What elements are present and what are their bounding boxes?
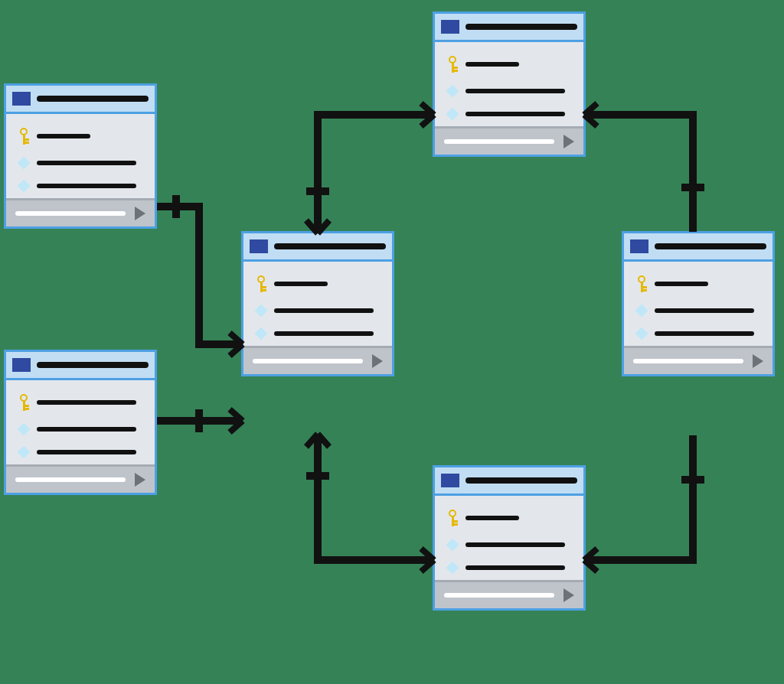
header-square-icon <box>441 474 459 487</box>
primary-key-icon <box>636 275 647 292</box>
table-row <box>18 425 142 434</box>
field-diamond-icon <box>635 305 648 318</box>
play-icon <box>135 207 145 220</box>
field-line <box>466 565 565 570</box>
table-row <box>636 275 760 292</box>
field-line <box>466 112 565 116</box>
table-row <box>447 563 571 572</box>
field-diamond-icon <box>255 305 268 318</box>
table-footer <box>435 126 583 155</box>
table-row <box>447 510 571 526</box>
header-square-icon <box>12 358 31 372</box>
table-title-bar <box>37 96 149 102</box>
table-body <box>6 380 155 464</box>
db-table-t4 <box>433 11 586 157</box>
table-footer <box>6 198 155 226</box>
table-title-bar <box>655 243 766 249</box>
table-body <box>243 262 392 346</box>
primary-key-icon <box>256 275 266 292</box>
play-icon <box>135 473 145 487</box>
relation-t5-t6 <box>586 426 704 572</box>
table-row <box>256 306 380 315</box>
table-row <box>18 448 142 457</box>
field-line <box>655 331 754 336</box>
table-header <box>624 233 773 262</box>
relation-t2-t3 <box>157 406 249 436</box>
field-line <box>37 450 136 454</box>
relation-t1-t3 <box>157 195 249 356</box>
relation-t3-t4 <box>310 107 440 241</box>
table-row <box>447 56 571 73</box>
field-line <box>655 308 754 313</box>
table-row <box>636 306 760 315</box>
table-title-bar <box>274 243 386 249</box>
field-line <box>37 134 90 138</box>
primary-key-icon <box>18 128 29 145</box>
table-row <box>447 86 571 96</box>
db-table-t1 <box>4 83 157 229</box>
table-title-bar <box>466 24 577 30</box>
field-diamond-icon <box>18 180 31 193</box>
db-table-t5 <box>433 465 586 611</box>
field-line <box>466 62 519 67</box>
field-diamond-icon <box>255 327 268 340</box>
primary-key-icon <box>447 56 458 73</box>
field-line <box>37 400 136 405</box>
field-diamond-icon <box>18 446 31 459</box>
field-diamond-icon <box>446 562 459 575</box>
footer-bar <box>444 139 554 144</box>
table-header <box>6 86 155 114</box>
field-diamond-icon <box>635 327 648 340</box>
field-diamond-icon <box>18 157 31 170</box>
table-row <box>18 128 142 145</box>
field-diamond-icon <box>18 423 31 436</box>
table-footer <box>243 346 392 374</box>
field-line <box>37 161 136 165</box>
table-body <box>435 496 583 580</box>
table-row <box>18 158 142 168</box>
header-square-icon <box>250 239 268 253</box>
field-line <box>466 516 519 520</box>
footer-bar <box>633 359 743 363</box>
db-table-t3 <box>241 231 394 376</box>
play-icon <box>564 588 574 602</box>
field-line <box>274 308 374 313</box>
relation-t3-t5 <box>310 426 440 572</box>
table-body <box>6 114 155 198</box>
table-footer <box>435 580 583 608</box>
table-header <box>435 467 583 496</box>
table-header <box>243 233 392 262</box>
field-line <box>466 542 565 547</box>
field-line <box>274 331 374 336</box>
field-line <box>466 89 565 93</box>
table-row <box>636 329 760 338</box>
header-square-icon <box>630 239 648 253</box>
primary-key-icon <box>18 394 29 411</box>
table-row <box>447 540 571 549</box>
field-diamond-icon <box>446 108 459 121</box>
field-diamond-icon <box>446 539 459 552</box>
play-icon <box>753 354 763 368</box>
primary-key-icon <box>447 510 458 526</box>
table-header <box>435 14 583 42</box>
table-title-bar <box>37 362 149 368</box>
footer-bar <box>15 477 126 482</box>
field-line <box>37 184 136 188</box>
field-line <box>274 282 328 286</box>
relation-t4-t6 <box>586 107 704 241</box>
play-icon <box>372 354 383 368</box>
footer-bar <box>444 593 554 598</box>
header-square-icon <box>12 92 31 106</box>
table-row <box>447 109 571 119</box>
table-row <box>18 394 142 411</box>
table-body <box>624 262 773 346</box>
field-line <box>655 282 708 286</box>
db-table-t2 <box>4 350 157 495</box>
table-footer <box>6 464 155 493</box>
table-row <box>256 275 380 292</box>
field-line <box>37 427 136 432</box>
db-table-t6 <box>622 231 775 376</box>
footer-bar <box>253 359 363 363</box>
table-row <box>18 181 142 191</box>
table-row <box>256 329 380 338</box>
